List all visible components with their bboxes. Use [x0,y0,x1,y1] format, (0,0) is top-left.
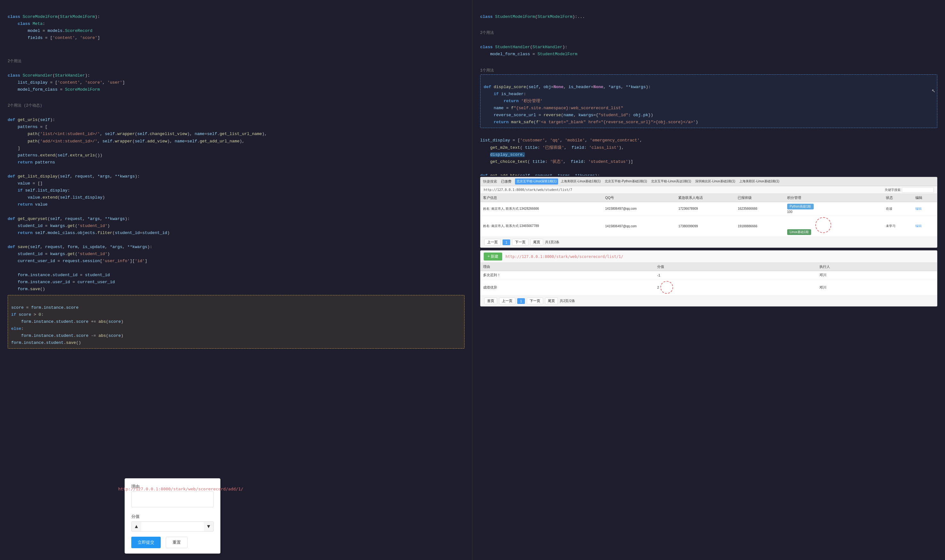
col-score-mgmt: 积分管理 [785,194,883,202]
score-value-1[interactable]: 100 [787,210,881,214]
score-last-btn[interactable]: 尾页 [545,298,558,304]
tab-linux5[interactable]: 上海美联区-Linux基础1期(1) [738,178,781,185]
score-field: 分值 ▲ ▼ [131,514,214,532]
right-code-block-2: class StudentHandler(StarkHandler): mode… [480,37,937,65]
tab-linux1[interactable]: 北京互平校-Linux深班1期(1) [515,178,558,185]
display-score-code: def display_score(self, obj=None, is_hea… [484,77,934,126]
next-page-btn[interactable]: 下一页 [512,239,529,246]
student-list-panel: 快捷搜索 已缴费 北京互平校-Linux深班1期(1) 上海美联区-Linux基… [480,177,937,248]
table-row: 姓名: 南京市人, 联系方式:13428266666 1415806497@qq… [481,202,937,215]
right-code-area: class StudentModelForm(StarkModelForm):.… [480,6,937,175]
tab-paid[interactable]: 已缴费 [498,178,514,185]
section-label-2: 2个用法 [8,58,464,64]
score-page-1-btn[interactable]: 1 [517,298,525,304]
cell-status-1: 在读 [883,202,913,215]
score-table: 理由 分值 执行人 多次迟到！ -1 邓川 成绩优异 [481,263,937,295]
cell-classes-1: 16235666666 [735,202,784,215]
right-code-block-3: list_display = ['customer', 'qq', 'mobil… [480,130,937,175]
page-total: 共1页2条 [545,240,560,245]
cell-reason-2: 成绩优异 [481,279,655,295]
cell-score-v1: -1 [655,271,817,279]
yellow-code-box: score = form.instance.score if score > 0… [8,295,464,349]
submit-button[interactable]: 立即提交 [131,537,161,548]
cell-qq-1: 1415806497@qq.com [603,202,676,215]
cell-qq-2: 1415806497@qq.com [603,215,676,237]
reason-input[interactable] [131,491,214,507]
score-dashed-circle-2 [660,281,673,294]
student-pagination: 上一页 1 下一页 尾页 共1页2条 [481,237,937,248]
tab-linux3[interactable]: 北京互平校-Linux高达1期(1) [649,178,693,185]
col-reason: 理由 [481,263,655,271]
url-add-annotation: http://127.0.0.1:8000/stark/web/scorerec… [118,486,243,491]
search-label: 关键字搜索 [885,188,900,192]
cell-customer-2: 姓名: 南京市人, 联系方式:13465667789 [481,215,603,237]
col-emergency: 紧急联系人电话 [676,194,735,202]
cell-customer-1: 姓名: 南京市人, 联系方式:13428266666 [481,202,603,215]
add-score-btn[interactable]: + 新建 [484,252,502,260]
left-code-block: class ScoreModelForm(StarkModelForm): cl… [8,6,464,56]
score-total: 共2页/2条 [560,298,575,303]
cell-edit-1[interactable]: 编辑 [913,202,937,215]
cell-score-v2: 2 [655,279,817,295]
score-v2-wrapper: 2 [657,281,814,294]
score-input[interactable] [141,523,204,530]
score-circle-area [815,217,831,233]
col-customer: 客户信息 [481,194,603,202]
panel-url-bar: http://127.0.0.1:8000/stark/web/student/… [481,186,937,194]
score-row-1: 多次迟到！ -1 邓川 [481,271,937,279]
panel-url-text: http://127.0.0.1:8000/stark/web/student/… [484,188,572,192]
score-pagination: 首页 上一页 1 下一页 尾页 共2页/2条 [481,295,937,306]
score-label: 分值 [131,514,214,520]
tab-python1[interactable]: 北京互平校-Python基础1期(1) [603,178,649,185]
cell-executor-2: 邓川 [817,279,937,295]
score-v2-text: 2 [657,285,659,289]
prev-page-btn[interactable]: 上一页 [484,239,501,246]
stepper-up-btn[interactable]: ▲ [132,522,141,531]
col-edit: 编辑 [913,194,937,202]
right-code-block: class StudentModelForm(StarkModelForm):.… [480,6,937,28]
quick-search-label: 快捷搜索 [483,179,497,184]
cell-score-1: Python高级1期 100 [785,202,883,215]
right-panel: class StudentModelForm(StarkModelForm):.… [473,0,945,560]
cell-edit-2[interactable]: 编辑 [913,215,937,237]
display-score-highlight: def display_score(self, obj=None, is_hea… [480,74,937,128]
score-row-2: 成绩优异 2 邓川 [481,279,937,295]
reset-button[interactable]: 重置 [166,537,188,548]
search-input[interactable] [902,187,934,192]
yellow-code-inner: score = form.instance.score if score > 0… [11,297,461,347]
col-qq: QQ号 [603,194,676,202]
score-prev-btn[interactable]: 上一页 [499,298,515,304]
right-section-3: 1个用法 [480,68,937,73]
search-area: 关键字搜索 [885,187,934,192]
dashed-circle-annotation [815,217,831,233]
left-code-block-3: def get_urls(self): patterns = [ path('l… [8,109,464,293]
cell-status-2: 未学习 [883,215,913,237]
col-status: 状态 [883,194,913,202]
page-1-btn[interactable]: 1 [503,240,510,245]
score-next-btn[interactable]: 下一页 [527,298,543,304]
cursor-indicator: ↖ [931,86,936,94]
section-label-3: 2个用法 (2个动态) [8,103,464,108]
score-badge-1[interactable]: Python高级1期 [787,204,814,209]
cell-score-2: Linux基础1期 [785,215,883,237]
panel-tabs-row: 快捷搜索 已缴费 北京互平校-Linux深班1期(1) 上海美联区-Linux基… [481,177,937,186]
filter-tabs[interactable]: 已缴费 北京互平校-Linux深班1期(1) 上海美联区-Linux基础1期(1… [498,178,781,185]
score-first-btn[interactable]: 首页 [484,298,497,304]
student-table: 客户信息 QQ号 紧急联系人电话 已报班级 积分管理 状态 编辑 姓名: 南京市… [481,194,937,237]
left-panel: class ScoreModelForm(StarkModelForm): cl… [0,0,473,560]
last-page-btn[interactable]: 尾页 [530,239,543,246]
right-section-2: 2个用法 [480,30,937,35]
score-stepper: ▲ ▼ [131,522,214,532]
cell-reason-1: 多次迟到！ [481,271,655,279]
score-badge-2[interactable]: Linux基础1期 [787,229,811,235]
cell-classes-2: 19188886666 [735,215,784,237]
tab-linux2[interactable]: 上海美联区-Linux基础1期(1) [559,178,602,185]
form-buttons: 立即提交 重置 [131,537,214,548]
tab-linux4[interactable]: 深圳南比区-Linux基础1期(1) [694,178,737,185]
col-executor: 执行人 [817,263,937,271]
left-code-block-2: class ScoreHandler(StarkHandler): list_d… [8,65,464,100]
score-list-url: http://127.0.0.1:8000/stark/web/scorerec… [506,254,623,259]
table-row: 姓名: 南京市人, 联系方式:13465667789 1415806497@qq… [481,215,937,237]
stepper-down-btn[interactable]: ▼ [204,522,213,531]
score-panel-header: + 新建 http://127.0.0.1:8000/stark/web/sco… [481,251,937,263]
